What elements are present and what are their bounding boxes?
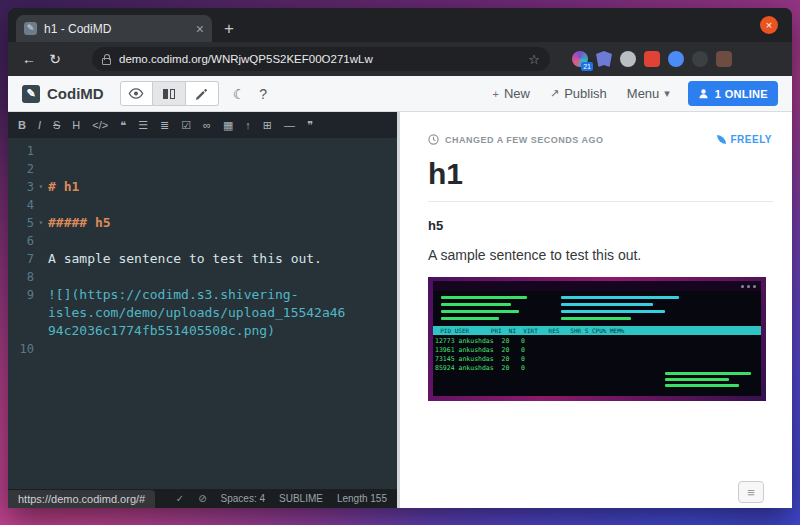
code-icon[interactable]: </> (92, 119, 108, 131)
permission-badge[interactable]: FREELY (717, 134, 772, 145)
preview-image: PID USER PRI NI VIRT RES SHR S CPU% MEM%… (428, 277, 766, 401)
editor-line: 2 (8, 160, 397, 178)
system-info-lines (561, 296, 691, 324)
horizontal-rule-icon[interactable]: — (284, 119, 295, 131)
publish-button[interactable]: ↗ Publish (550, 86, 607, 101)
preview-pane: CHANGED A FEW SECONDS AGO h1 h5 A sample… (400, 112, 792, 508)
publish-icon: ↗ (550, 87, 559, 100)
editor-line: 3▾# h1 (8, 178, 397, 196)
link-icon[interactable]: ∞ (203, 119, 211, 131)
refresh-icon[interactable]: ↻ (46, 51, 64, 67)
process-row: 12773 ankushdas 20 0 (435, 337, 525, 346)
extension-icon-5[interactable] (668, 51, 684, 67)
table-icon[interactable]: ⊞ (263, 119, 272, 132)
browser-status-tooltip: https://demo.codimd.org/# (8, 490, 155, 508)
editor-line: 9![](https://codimd.s3.shivering- (8, 286, 397, 304)
process-row: 85924 ankushdas 20 0 (435, 364, 525, 373)
browser-toolbar: ← ↻ demo.codimd.org/WNRjwQP5S2KEF00O271w… (8, 42, 792, 76)
permission-label: FREELY (730, 134, 772, 145)
new-tab-button[interactable]: + (224, 20, 234, 37)
tab-close-icon[interactable]: × (196, 22, 204, 36)
eye-icon (128, 88, 144, 99)
fold-icon[interactable]: ▾ (34, 178, 48, 196)
extension-icon-2[interactable] (596, 51, 612, 67)
preview-content: CHANGED A FEW SECONDS AGO h1 h5 A sample… (400, 112, 792, 401)
moon-icon: ☾ (233, 86, 246, 102)
extension-icon-4[interactable] (644, 51, 660, 67)
window-dot (741, 285, 744, 288)
fold-icon[interactable]: ▾ (34, 214, 48, 232)
comment-icon[interactable]: ❞ (307, 119, 313, 132)
help-button[interactable]: ? (259, 86, 267, 102)
codimd-logo-text: CodiMD (47, 85, 104, 102)
italic-icon[interactable]: I (38, 119, 41, 131)
view-mode-edit-button[interactable] (186, 81, 219, 106)
check-icon[interactable]: ✓ (176, 493, 184, 504)
quote-icon[interactable]: ❝ (120, 119, 126, 132)
help-icon: ? (259, 86, 267, 102)
clock-icon (428, 134, 439, 145)
view-mode-preview-button[interactable] (120, 81, 153, 106)
back-icon[interactable]: ← (20, 51, 38, 67)
editor-line: 6 (8, 232, 397, 250)
leaf-icon (717, 135, 726, 144)
menu-label: Menu (627, 86, 660, 101)
view-mode-both-button[interactable] (153, 81, 186, 106)
unordered-list-icon[interactable]: ☰ (138, 119, 148, 132)
chevron-down-icon: ▾ (664, 87, 670, 100)
upload-icon[interactable]: ↑ (245, 119, 251, 131)
view-mode-group (120, 81, 219, 106)
editor-pane: B I S H </> ❝ ☰ ≣ ☑ ∞ ▦ ↑ ⊞ — ❞ (8, 112, 397, 508)
editor-line: 8 (8, 268, 397, 286)
window-dot (747, 285, 750, 288)
night-mode-button[interactable]: ☾ (233, 86, 246, 102)
ordered-list-icon[interactable]: ≣ (160, 119, 169, 132)
browser-tab[interactable]: ✎ h1 - CodiMD × (16, 15, 212, 42)
codimd-favicon-icon: ✎ (24, 22, 37, 35)
editor-line: 94c2036c1774fb551405508c.png) (8, 322, 397, 340)
url-text: demo.codimd.org/WNRjwQP5S2KEF00O271wLw (119, 53, 520, 65)
extension-icon-3[interactable] (620, 51, 636, 67)
codimd-logo[interactable]: ✎ CodiMD (22, 85, 104, 103)
process-row: 73145 ankushdas 20 0 (435, 355, 525, 364)
check-list-icon[interactable]: ☑ (181, 119, 191, 132)
address-bar[interactable]: demo.codimd.org/WNRjwQP5S2KEF00O271wLw ☆ (92, 47, 550, 71)
editor-line: 1 (8, 142, 397, 160)
toc-button[interactable]: ≡ (738, 481, 764, 503)
window-close-button[interactable]: × (760, 16, 778, 34)
heading-icon[interactable]: H (72, 119, 80, 131)
editor-line: 10 (8, 340, 397, 358)
image-icon[interactable]: ▦ (223, 119, 233, 132)
terminal-footer-lines (665, 372, 751, 390)
online-users-button[interactable]: 1 ONLINE (688, 81, 778, 106)
cpu-meters (441, 296, 541, 324)
split-view-icon (162, 88, 176, 100)
bold-icon[interactable]: B (18, 119, 26, 131)
new-note-button[interactable]: + New (492, 86, 529, 101)
pencil-icon (195, 87, 208, 100)
bookmark-star-icon[interactable]: ☆ (528, 52, 540, 67)
status-spaces[interactable]: Spaces: 4 (221, 493, 265, 504)
extension-icon-1[interactable]: 21 (572, 51, 588, 67)
status-length: Length 155 (337, 493, 387, 504)
hamburger-icon: ≡ (747, 485, 755, 500)
preview-paragraph: A sample sentence to test this out. (428, 247, 772, 263)
codimd-logo-icon: ✎ (22, 85, 40, 103)
extensions-area: 21 (572, 51, 732, 67)
editor-line: 4 (8, 196, 397, 214)
code-editor[interactable]: 1 2 3▾# h1 4 5▾##### h5 6 7A sample sent… (8, 138, 397, 489)
editor-format-toolbar: B I S H </> ❝ ☰ ≣ ☑ ∞ ▦ ↑ ⊞ — ❞ (8, 112, 397, 138)
blocked-icon[interactable]: ⊘ (198, 493, 206, 504)
extension-icon-7[interactable] (716, 51, 732, 67)
menu-button[interactable]: Menu ▾ (627, 86, 670, 101)
preview-heading-h1: h1 (428, 157, 773, 202)
publish-label: Publish (564, 86, 607, 101)
tab-title: h1 - CodiMD (44, 22, 189, 36)
changed-label: CHANGED A FEW SECONDS AGO (445, 135, 604, 145)
strikethrough-icon[interactable]: S (53, 119, 60, 131)
status-keymap[interactable]: SUBLIME (279, 493, 323, 504)
process-table-header: PID USER PRI NI VIRT RES SHR S CPU% MEM% (433, 326, 761, 335)
extension-icon-6[interactable] (692, 51, 708, 67)
codimd-header: ✎ CodiMD ☾ ? + New ↗ (8, 76, 792, 112)
terminal-screenshot: PID USER PRI NI VIRT RES SHR S CPU% MEM%… (433, 281, 761, 396)
